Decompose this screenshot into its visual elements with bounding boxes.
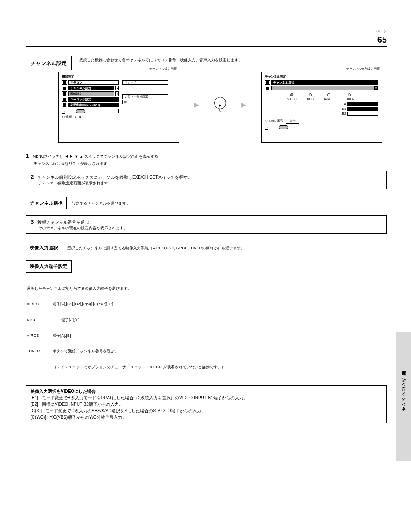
scrollbar[interactable] bbox=[67, 109, 119, 113]
intro-desc: 接続した機器に合わせて各チャンネル毎にリモコン番号、映像入力、音声入力を設定しま… bbox=[79, 57, 242, 62]
sub-section: 映像入力端子設定 bbox=[26, 260, 72, 273]
screen1-subtitle: チャンネル設定画面 bbox=[58, 67, 179, 71]
scrollbar[interactable] bbox=[270, 125, 378, 129]
arrow-right-icon: ▶ bbox=[194, 101, 199, 108]
sub-desc-lines: 選択したチャンネルに割り当てる映像入力端子を選びます。 VIDEO 端子[A],… bbox=[27, 275, 387, 380]
list-item[interactable]: 外部制御ID(RS-232C) bbox=[68, 103, 119, 107]
bar-label: B1 bbox=[342, 107, 346, 110]
bar-label: B2 bbox=[342, 112, 346, 115]
screen2: チャンネル設定 チャンネル選択 1▼ VIDEO RGB A-RGB TUNER… bbox=[261, 72, 382, 143]
list-item[interactable]: チャンネル選択 bbox=[271, 80, 378, 85]
page-number: 65 bbox=[376, 34, 387, 46]
label: リモコン番号 bbox=[265, 119, 283, 123]
screen2-subtitle: チャンネル個別設定画面 bbox=[261, 67, 382, 71]
arrow-right-icon: ▶ bbox=[241, 101, 246, 108]
side-tab: オンスクリーンの調整 bbox=[396, 332, 411, 461]
step-text: MENUスイッチと ◀ ▶ ▼ ▲ スイッチでチャンネル設定画面を表示する。 bbox=[33, 154, 162, 159]
screen2-title: チャンネル設定 bbox=[265, 75, 378, 79]
divider bbox=[26, 46, 387, 47]
dropdown[interactable]: 1▼ bbox=[271, 86, 378, 90]
list-item[interactable]: リモコン bbox=[68, 80, 119, 85]
list-item[interactable]: 回転設定 bbox=[68, 91, 114, 96]
info-box: 映像入力選択をVIDEOにした場合 [B1] : モード変更でB系入力モードをD… bbox=[26, 385, 387, 423]
radio-label: VIDEO bbox=[287, 97, 297, 100]
sub-section: 映像入力選択 bbox=[26, 242, 62, 254]
radio-group: VIDEO RGB A-RGB TUNER bbox=[287, 93, 378, 100]
value-box[interactable]: 01 bbox=[122, 100, 168, 104]
bar[interactable] bbox=[347, 112, 378, 116]
execute-button[interactable]: 実行 bbox=[286, 119, 299, 124]
radio[interactable] bbox=[327, 93, 330, 96]
list-item[interactable]: チャンネル設定 bbox=[68, 86, 114, 90]
radio-label: RGB bbox=[307, 97, 314, 100]
screen1: 機器設定 リモコン チャンネル設定▸ 回転設定▸ キーロック設定 外部制御ID(… bbox=[58, 72, 179, 143]
radio[interactable] bbox=[290, 93, 293, 96]
radio[interactable] bbox=[309, 93, 312, 96]
step-note: チャンネル設定状態リストが表示されます。 bbox=[34, 161, 387, 166]
radio-label: A-RGB bbox=[324, 97, 333, 100]
bar[interactable] bbox=[347, 102, 378, 106]
bar[interactable] bbox=[347, 107, 378, 111]
sub-section: チャンネル選択 bbox=[26, 197, 67, 209]
radio-label: TUNER bbox=[344, 97, 354, 100]
screen1-title: 機器設定 bbox=[62, 75, 175, 79]
list-item[interactable]: キーロック設定 bbox=[68, 97, 119, 102]
hint-text: ↑↓:選択 ↵:戻る bbox=[62, 115, 119, 119]
info-box: 3 希望チャンネル番号を選ぶ。 そのチャンネルの現在の設定内容が表示されます。 bbox=[26, 215, 387, 234]
value-box: リモコン番号設定 bbox=[122, 94, 168, 99]
knob-icon: ▶ bbox=[214, 97, 226, 109]
info-box: 2 チャンネル個別設定ボックスにカーソルを移動しEXE/CH SETスイッチを押… bbox=[26, 171, 387, 189]
bar-label: A bbox=[342, 103, 346, 106]
sub-desc: 設定するチャンネルを選びます。 bbox=[72, 201, 130, 205]
value-box: ジャンプ bbox=[122, 80, 168, 85]
page-label: ページ bbox=[376, 29, 387, 34]
sub-desc: 選択したチャンネルに割り当てる映像入力系統（VIDEO,RGB,A-RGB,TU… bbox=[67, 246, 245, 250]
radio[interactable] bbox=[348, 93, 351, 96]
